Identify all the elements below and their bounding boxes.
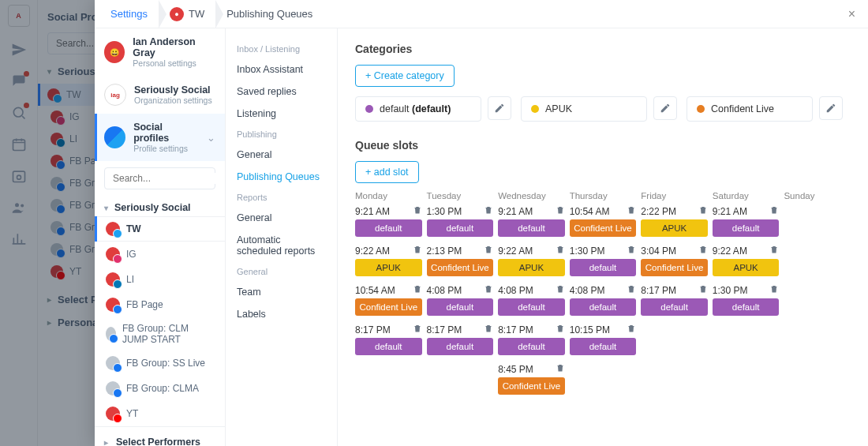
profile-item-fbg[interactable]: FB Group: CLMA: [95, 376, 225, 401]
slot-category-pill[interactable]: default: [355, 219, 422, 237]
queue-slot[interactable]: 8:17 PMdefault: [498, 324, 565, 355]
profiles-search-input[interactable]: [113, 173, 226, 184]
delete-slot-button[interactable]: [769, 205, 779, 217]
slot-category-pill[interactable]: APUK: [498, 259, 565, 276]
subnav-item[interactable]: Labels: [232, 303, 331, 325]
queue-slot[interactable]: 2:22 PMAPUK: [641, 205, 708, 237]
breadcrumb-settings[interactable]: Settings: [110, 0, 159, 28]
delete-slot-button[interactable]: [627, 205, 636, 217]
queue-slot[interactable]: 9:21 AMdefault: [498, 205, 565, 237]
slot-category-pill[interactable]: default: [498, 338, 565, 355]
queue-slot[interactable]: 4:08 PMdefault: [570, 284, 637, 316]
profiles-search[interactable]: [104, 167, 215, 189]
settings-social-profiles-row[interactable]: Social profiles Profile settings ⌄: [95, 114, 225, 161]
queue-slot[interactable]: 4:08 PMdefault: [498, 284, 565, 316]
delete-slot-button[interactable]: [627, 245, 636, 257]
delete-slot-button[interactable]: [698, 284, 708, 296]
slot-category-pill[interactable]: default: [641, 298, 708, 316]
category-chip[interactable]: Confident Live: [687, 96, 813, 122]
edit-category-button[interactable]: [488, 96, 511, 120]
profile-item-fb[interactable]: FB Page: [95, 292, 225, 317]
delete-slot-button[interactable]: [484, 324, 493, 335]
queue-slot[interactable]: 10:54 AMConfident Live: [355, 284, 422, 316]
delete-slot-button[interactable]: [556, 324, 565, 335]
slot-category-pill[interactable]: default: [713, 298, 780, 316]
queue-slot[interactable]: 9:22 AMAPUK: [713, 245, 780, 276]
slot-category-pill[interactable]: default: [498, 219, 565, 237]
queue-slot[interactable]: 1:30 PMdefault: [427, 205, 494, 237]
subnav-item[interactable]: General: [232, 144, 331, 166]
queue-slot[interactable]: 9:21 AMdefault: [355, 205, 422, 237]
delete-slot-button[interactable]: [413, 245, 422, 257]
slot-category-pill[interactable]: default: [427, 298, 494, 316]
slot-category-pill[interactable]: default: [570, 338, 637, 355]
slot-category-pill[interactable]: Confident Live: [355, 298, 422, 316]
delete-slot-button[interactable]: [698, 205, 708, 217]
delete-slot-button[interactable]: [556, 284, 565, 296]
edit-category-button[interactable]: [653, 96, 677, 120]
subnav-item[interactable]: Listening: [232, 103, 331, 125]
delete-slot-button[interactable]: [769, 284, 779, 296]
close-icon[interactable]: ×: [845, 4, 859, 24]
profile-item-li[interactable]: LI: [95, 267, 225, 292]
delete-slot-button[interactable]: [484, 205, 493, 217]
subnav-item[interactable]: General: [232, 207, 331, 229]
profile-item-tw[interactable]: TW: [95, 216, 225, 242]
queue-slot[interactable]: 9:22 AMAPUK: [498, 245, 565, 276]
slot-category-pill[interactable]: APUK: [355, 259, 422, 276]
queue-slot[interactable]: 1:30 PMdefault: [713, 284, 780, 316]
queue-slot[interactable]: 10:54 AMConfident Live: [570, 205, 637, 237]
delete-slot-button[interactable]: [556, 363, 565, 375]
queue-slot[interactable]: 2:13 PMConfident Live: [427, 245, 494, 276]
add-slot-button[interactable]: + add slot: [355, 161, 419, 183]
delete-slot-button[interactable]: [413, 205, 422, 217]
select-performers-toggle[interactable]: ▸Select Performers: [95, 426, 225, 446]
delete-slot-button[interactable]: [413, 324, 422, 335]
queue-slot[interactable]: 8:45 PMConfident Live: [498, 363, 565, 395]
slot-category-pill[interactable]: Confident Live: [427, 259, 494, 276]
settings-personal-row[interactable]: 😀 Ian Anderson Gray Personal settings: [95, 28, 225, 76]
create-category-button[interactable]: + Create category: [355, 65, 455, 87]
category-chip[interactable]: APUK: [521, 96, 647, 122]
subnav-item[interactable]: Inbox Assistant: [232, 58, 331, 81]
settings-org-row[interactable]: iag Seriously Social Organization settin…: [95, 76, 225, 114]
slot-category-pill[interactable]: Confident Live: [570, 219, 637, 237]
profile-item-ig[interactable]: IG: [95, 242, 225, 267]
delete-slot-button[interactable]: [556, 245, 565, 257]
subnav-item[interactable]: Saved replies: [232, 81, 331, 103]
delete-slot-button[interactable]: [627, 324, 636, 335]
subnav-item[interactable]: Team: [232, 281, 331, 303]
delete-slot-button[interactable]: [484, 284, 493, 296]
queue-slot[interactable]: 10:15 PMdefault: [570, 324, 637, 355]
slot-category-pill[interactable]: default: [713, 219, 780, 237]
queue-slot[interactable]: 8:17 PMdefault: [427, 324, 494, 355]
queue-slot[interactable]: 9:21 AMdefault: [713, 205, 780, 237]
slot-category-pill[interactable]: default: [498, 298, 565, 316]
slot-category-pill[interactable]: APUK: [713, 259, 780, 276]
queue-slot[interactable]: 9:22 AMAPUK: [355, 245, 422, 276]
slot-category-pill[interactable]: default: [355, 338, 422, 355]
delete-slot-button[interactable]: [627, 284, 636, 296]
delete-slot-button[interactable]: [698, 245, 708, 257]
slot-category-pill[interactable]: Confident Live: [641, 259, 708, 276]
slot-category-pill[interactable]: default: [570, 298, 637, 316]
slot-category-pill[interactable]: default: [570, 259, 637, 276]
queue-slot[interactable]: 8:17 PMdefault: [355, 324, 422, 355]
edit-category-button[interactable]: [819, 96, 843, 120]
profile-item-yt[interactable]: YT: [95, 401, 225, 426]
subnav-item[interactable]: Automatic scheduled reports: [232, 229, 331, 262]
category-chip[interactable]: default (default): [355, 96, 481, 122]
slot-category-pill[interactable]: default: [427, 338, 494, 355]
queue-slot[interactable]: 3:04 PMConfident Live: [641, 245, 708, 276]
queue-slot[interactable]: 4:08 PMdefault: [427, 284, 494, 316]
profile-item-fbg[interactable]: FB Group: SS Live: [95, 350, 225, 376]
queue-slot[interactable]: 1:30 PMdefault: [570, 245, 637, 276]
slot-category-pill[interactable]: APUK: [641, 219, 708, 237]
profiles-group-toggle[interactable]: ▾Seriously Social: [95, 196, 225, 216]
delete-slot-button[interactable]: [413, 284, 422, 296]
profile-item-fbg[interactable]: FB Group: CLM JUMP START: [95, 317, 225, 350]
slot-category-pill[interactable]: default: [427, 219, 494, 237]
slot-category-pill[interactable]: Confident Live: [498, 377, 565, 395]
delete-slot-button[interactable]: [484, 245, 493, 257]
subnav-item[interactable]: Publishing Queues: [232, 166, 331, 188]
